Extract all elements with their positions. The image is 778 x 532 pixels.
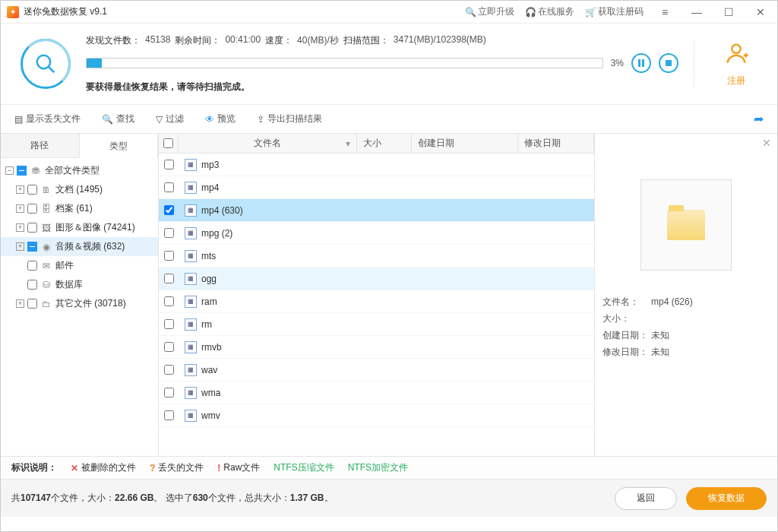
show-lost-button[interactable]: ▤显示丢失文件 (14, 112, 81, 125)
preview-close-button[interactable]: ✕ (762, 137, 771, 149)
share-button[interactable]: ➦ (754, 112, 764, 126)
row-checkbox[interactable] (164, 388, 174, 397)
exclaim-icon: ! (217, 463, 220, 473)
found-files-label: 发现文件数： (86, 34, 141, 47)
file-type-icon: ▦ (185, 318, 197, 331)
menu-button[interactable]: ≡ (654, 6, 675, 18)
col-check[interactable] (159, 134, 179, 153)
legend-bar: 标识说明： ✕被删除的文件 ?丢失的文件 !Raw文件 NTFS压缩文件 NTF… (1, 456, 777, 479)
speed-value: 40(MB)/秒 (297, 34, 339, 47)
export-button[interactable]: ⇪导出扫描结果 (257, 112, 322, 125)
file-list-panel: 文件名▾ 大小 创建日期 修改日期 ▦mp3▦mp4▦mp4 (630)▦mpg… (159, 134, 595, 456)
tab-type[interactable]: 类型 (80, 134, 159, 158)
tree-root-label: 全部文件类型 (45, 164, 100, 177)
cart-icon: 🛒 (585, 7, 596, 17)
expand-icon[interactable]: + (16, 299, 24, 308)
meta-mdate-label: 修改日期： (602, 344, 651, 360)
row-checkbox[interactable] (164, 319, 174, 329)
select-all-checkbox[interactable] (163, 138, 173, 148)
filter-button[interactable]: ▽过滤 (156, 112, 184, 125)
preview-button[interactable]: 👁预览 (205, 112, 236, 125)
tree-other[interactable]: +🗀其它文件 (30718) (1, 294, 158, 313)
row-checkbox[interactable] (164, 160, 174, 169)
tree-docs[interactable]: +🗎文档 (1495) (1, 180, 158, 199)
row-checkbox[interactable] (164, 205, 174, 215)
tree-db[interactable]: ⛁数据库 (1, 275, 158, 294)
row-checkbox[interactable] (164, 228, 174, 238)
tree-mail[interactable]: ✉邮件 (1, 256, 158, 275)
table-row[interactable]: ▦mp4 (630) (159, 199, 594, 222)
expand-icon[interactable]: + (16, 204, 24, 213)
file-name: mpg (2) (201, 228, 232, 239)
expand-icon[interactable]: + (16, 223, 24, 232)
checkbox[interactable] (27, 185, 37, 195)
svg-rect-2 (638, 59, 640, 67)
row-checkbox[interactable] (164, 365, 174, 375)
row-checkbox[interactable] (164, 182, 174, 192)
col-size[interactable]: 大小 (357, 134, 412, 153)
expand-icon[interactable]: + (16, 185, 24, 194)
tree-root[interactable]: −⛃全部文件类型 (1, 161, 158, 180)
collapse-icon[interactable]: − (5, 166, 14, 175)
file-name: rmvb (201, 342, 222, 353)
back-button[interactable]: 返回 (615, 487, 677, 510)
tab-path[interactable]: 路径 (1, 134, 80, 157)
tree-archive[interactable]: +🗄档案 (61) (1, 199, 158, 218)
meta-mdate-value: 未知 (651, 347, 669, 357)
tree-image[interactable]: +🖼图形＆图像 (74241) (1, 218, 158, 237)
row-checkbox[interactable] (164, 410, 174, 420)
table-row[interactable]: ▦ogg (159, 268, 594, 290)
col-mdate[interactable]: 修改日期 (518, 134, 594, 153)
maximize-button[interactable]: ☐ (718, 6, 739, 18)
register-button[interactable]: 注册 (694, 40, 762, 87)
row-checkbox[interactable] (164, 251, 174, 261)
list-header: 文件名▾ 大小 创建日期 修改日期 (159, 134, 594, 154)
checkbox-partial[interactable] (27, 242, 37, 252)
table-row[interactable]: ▦mts (159, 245, 594, 268)
table-row[interactable]: ▦wma (159, 382, 594, 404)
close-button[interactable]: ✕ (750, 6, 771, 18)
stop-button[interactable] (659, 53, 678, 73)
row-checkbox[interactable] (164, 274, 174, 283)
checkbox[interactable] (27, 280, 37, 290)
table-row[interactable]: ▦rm (159, 313, 594, 336)
checkbox[interactable] (27, 223, 37, 233)
file-name: mts (201, 251, 216, 261)
search-button[interactable]: 🔍查找 (102, 112, 134, 125)
table-row[interactable]: ▦mp4 (159, 176, 594, 199)
table-row[interactable]: ▦mpg (2) (159, 222, 594, 245)
online-service-link[interactable]: 🎧 在线服务 (525, 5, 574, 18)
table-row[interactable]: ▦wav (159, 359, 594, 382)
upgrade-link[interactable]: 🔍 立即升级 (465, 5, 514, 18)
expand-icon[interactable]: + (16, 242, 24, 251)
row-checkbox[interactable] (164, 296, 174, 306)
table-row[interactable]: ▦wmv (159, 404, 594, 427)
checkbox-partial[interactable] (17, 166, 27, 176)
footer: 共107147个文件，大小：22.66 GB。 选中了630个文件，总共大小：1… (1, 479, 777, 517)
title-bar: ✦ 迷你兔数据恢复 v9.1 🔍 立即升级 🎧 在线服务 🛒 获取注册码 ≡ —… (1, 1, 777, 24)
legend-raw-label: Raw文件 (223, 461, 260, 474)
row-checkbox[interactable] (164, 342, 174, 352)
tree-av[interactable]: +◉音频＆视频 (632) (1, 237, 158, 256)
folder-icon (667, 210, 705, 240)
file-type-icon: ▦ (185, 250, 197, 262)
table-row[interactable]: ▦mp3 (159, 154, 594, 176)
checkbox[interactable] (27, 299, 37, 309)
list-body[interactable]: ▦mp3▦mp4▦mp4 (630)▦mpg (2)▦mts▦ogg▦ram▦r… (159, 154, 594, 456)
tree-image-label: 图形＆图像 (74241) (55, 221, 135, 234)
get-reg-code-label: 获取注册码 (598, 5, 644, 18)
col-cdate[interactable]: 创建日期 (412, 134, 518, 153)
checkbox[interactable] (27, 204, 37, 214)
table-row[interactable]: ▦ram (159, 290, 594, 313)
svg-line-1 (49, 67, 55, 73)
col-name[interactable]: 文件名▾ (179, 134, 357, 153)
table-row[interactable]: ▦rmvb (159, 336, 594, 359)
export-icon: ⇪ (257, 114, 264, 125)
get-reg-code-link[interactable]: 🛒 获取注册码 (585, 5, 644, 18)
minimize-button[interactable]: — (686, 6, 707, 18)
checkbox[interactable] (27, 261, 37, 271)
legend-raw: !Raw文件 (217, 461, 260, 474)
file-type-icon: ▦ (185, 410, 197, 422)
recover-button[interactable]: 恢复数据 (686, 487, 767, 510)
pause-button[interactable] (631, 53, 651, 73)
